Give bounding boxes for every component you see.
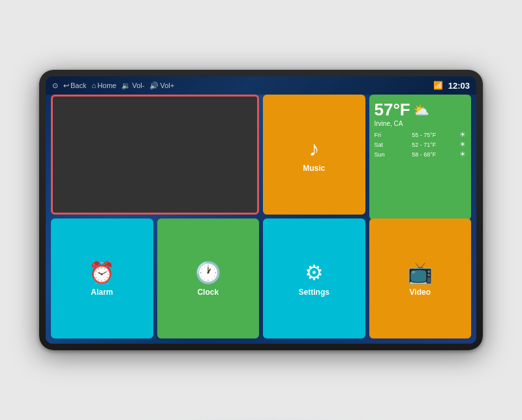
app-grid: ♪ Music 57°F ⛅ Irvine, CA Fri 55 [51, 95, 471, 338]
vol-down-button[interactable]: 🔉 Vol- [121, 82, 144, 90]
status-bar-left: ⊙ ↩ Back ⌂ Home 🔉 Vol- 🔊 Vol+ [52, 82, 174, 90]
weather-temp: 57°F [375, 100, 410, 120]
weather-sun-fri: ☀ [459, 130, 466, 139]
settings-label: Settings [299, 288, 330, 297]
weather-icon: ⛅ [413, 102, 429, 118]
wifi-icon: 📶 [433, 81, 443, 90]
weather-tile[interactable]: 57°F ⛅ Irvine, CA Fri 55 - 75°F ☀ Sat 52… [369, 95, 472, 220]
clock-tile[interactable]: 🕐 Clock [157, 218, 260, 338]
clock-label: Clock [197, 288, 219, 297]
nav-circle[interactable]: ⊙ [52, 82, 58, 90]
music-label: Music [303, 164, 325, 173]
weather-range-sat: 52 - 71°F [389, 142, 460, 148]
video-label: Video [410, 288, 431, 297]
device-frame: ⊙ ↩ Back ⌂ Home 🔉 Vol- 🔊 Vol+ [39, 70, 483, 350]
weather-row-sat: Sat 52 - 71°F ☀ [375, 140, 467, 149]
settings-icon: ⚙ [305, 260, 324, 285]
back-button[interactable]: ↩ Back [63, 82, 86, 90]
video-icon: 📺 [407, 260, 433, 285]
settings-tile[interactable]: ⚙ Settings [263, 218, 365, 338]
clock-icon: 🕐 [195, 260, 221, 285]
weather-sun-sat: ☀ [459, 140, 466, 149]
music-icon: ♪ [309, 137, 319, 161]
status-bar-right: 📶 12:03 [433, 81, 470, 91]
alarm-tile[interactable]: ⏰ Alarm [51, 218, 153, 338]
weather-row-fri: Fri 55 - 75°F ☀ [375, 130, 467, 140]
alarm-label: Alarm [91, 288, 113, 297]
weather-city: Irvine, CA [375, 120, 403, 127]
vol-up-button[interactable]: 🔊 Vol+ [149, 82, 174, 90]
weather-day-fri: Fri [375, 132, 389, 138]
time-display: 12:03 [448, 81, 470, 91]
video-tile[interactable]: 📺 Video [369, 218, 472, 338]
photos-tile[interactable] [51, 95, 259, 215]
weather-range-sun: 58 - 68°F [389, 151, 460, 158]
weather-range-fri: 55 - 75°F [389, 132, 460, 138]
weather-row-sun: Sun 58 - 68°F ☀ [375, 149, 467, 159]
weather-sun-sun: ☀ [459, 150, 466, 158]
music-tile[interactable]: ♪ Music [263, 95, 365, 215]
weather-day-sun: Sun [375, 151, 389, 158]
home-button[interactable]: ⌂ Home [91, 82, 116, 89]
status-bar: ⊙ ↩ Back ⌂ Home 🔉 Vol- 🔊 Vol+ [46, 76, 476, 95]
weather-day-sat: Sat [375, 142, 389, 148]
device-screen: ⊙ ↩ Back ⌂ Home 🔉 Vol- 🔊 Vol+ [46, 76, 476, 344]
alarm-icon: ⏰ [89, 260, 115, 285]
